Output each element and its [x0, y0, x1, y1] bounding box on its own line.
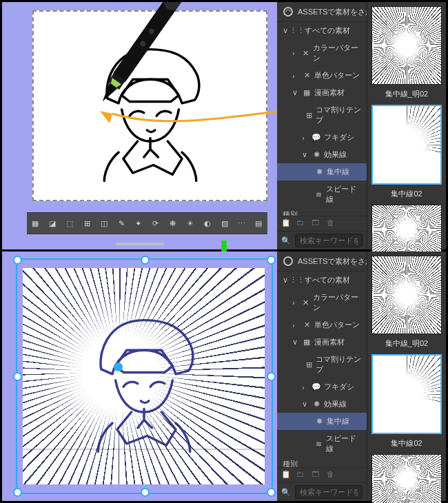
- swatch-3[interactable]: [371, 205, 442, 254]
- swatch-2-label: 集中線02: [371, 189, 442, 199]
- tree2-mono-pattern[interactable]: ›✕単色パターン: [277, 316, 367, 333]
- assets-label: ASSETSで素材をさがす: [298, 7, 367, 17]
- character-lineart-after: [65, 305, 223, 463]
- tree2-balloon[interactable]: ›💬フキダシ: [277, 378, 367, 396]
- tree-balloon[interactable]: ›💬フキダシ: [277, 129, 367, 146]
- material-tree: ASSETSで素材をさがす ∨⋮⋮すべての素材 ›✕カラーパターン ›✕単色パタ…: [277, 2, 367, 249]
- panel-grip[interactable]: [116, 243, 164, 245]
- tree-manga[interactable]: ∨▦漫画素材: [277, 84, 367, 101]
- tool-1[interactable]: ▦: [28, 215, 43, 232]
- search-input-2[interactable]: [295, 485, 363, 499]
- tool-7[interactable]: ✦: [131, 215, 147, 232]
- folder-icon[interactable]: 🗀: [296, 218, 307, 229]
- tool-6[interactable]: ✎: [114, 215, 130, 232]
- swatch-1-label: 集中線_明02: [371, 89, 442, 99]
- tree2-color-pattern[interactable]: ›✕カラーパターン: [277, 289, 367, 316]
- tool-5[interactable]: ◫: [96, 215, 112, 232]
- object-toolbar: ▦ ◪ ⬚ ⊞ ◫ ✎ ✦ ⟳ ❋ ☀ ◐ ▨ ⋯ ▤: [27, 212, 267, 234]
- tool-11[interactable]: ◐: [199, 215, 215, 232]
- swatch-1[interactable]: [371, 6, 442, 85]
- tree2-effect[interactable]: ∨✺効果線: [277, 396, 367, 413]
- material-search-2: 🔍: [277, 482, 367, 501]
- search-icon[interactable]: 🔍: [281, 236, 291, 245]
- folder-icon-2[interactable]: 🗀: [296, 470, 307, 481]
- canvas-before[interactable]: ▦ ◪ ⬚ ⊞ ◫ ✎ ✦ ⟳ ❋ ☀ ◐ ▨ ⋯ ▤: [2, 2, 277, 249]
- material-tree-2: ASSETSで素材をさがす ∨⋮⋮すべての素材 ›✕カラーパターン ›✕単色パタ…: [277, 252, 367, 501]
- tree2-speed-line[interactable]: ≋スピード線: [277, 430, 367, 458]
- props-icon[interactable]: 🗔: [312, 218, 323, 229]
- tree-effect[interactable]: ∨✺効果線: [277, 146, 367, 163]
- material-actions-2: 📋 🗀 🗔 🗑: [277, 467, 367, 483]
- assets-search-link[interactable]: ASSETSで素材をさがす: [277, 2, 367, 22]
- tool-3[interactable]: ⬚: [62, 215, 78, 232]
- tree-speed-line[interactable]: ≋スピード線: [277, 181, 367, 208]
- swatch-column: 集中線_明02 集中線02: [367, 2, 446, 249]
- tree-frame-template[interactable]: ⊞コマ割りテンプ: [277, 101, 367, 129]
- tool-2[interactable]: ◪: [45, 215, 61, 232]
- tool-13[interactable]: ⋯: [234, 215, 250, 232]
- tree-all[interactable]: ∨⋮⋮すべての素材: [277, 22, 367, 39]
- tool-14[interactable]: ▤: [251, 215, 267, 232]
- swatch-column-2: 集中線_明02 集中線02: [367, 252, 446, 501]
- assets-search-link-2[interactable]: ASSETSで素材をさがす: [277, 252, 367, 271]
- canvas-frame: [32, 10, 267, 201]
- tool-10[interactable]: ☀: [182, 215, 198, 232]
- search-icon-2[interactable]: 🔍: [281, 488, 291, 497]
- tree2-frame-template[interactable]: ⊞コマ割りテンプ: [277, 351, 367, 378]
- tool-9[interactable]: ❋: [165, 215, 181, 232]
- trash-icon-2[interactable]: 🗑: [327, 470, 338, 481]
- tool-8[interactable]: ⟳: [147, 215, 163, 232]
- trash-icon[interactable]: 🗑: [327, 218, 338, 229]
- material-search: 🔍: [277, 231, 367, 249]
- tree2-all[interactable]: ∨⋮⋮すべての素材: [277, 271, 367, 289]
- tree-color-pattern[interactable]: ›✕カラーパターン: [277, 39, 367, 67]
- tree-focus-line[interactable]: ✺集中線: [277, 163, 367, 181]
- search-input[interactable]: [295, 234, 363, 247]
- tree2-focus-line[interactable]: ✺集中線: [277, 413, 367, 430]
- swatch2-3[interactable]: [371, 454, 442, 503]
- swatch2-2[interactable]: [371, 354, 442, 434]
- tree-mono-pattern[interactable]: ›✕単色パターン: [277, 67, 367, 84]
- tree2-manga[interactable]: ∨▦漫画素材: [277, 333, 367, 351]
- tool-4[interactable]: ⊞: [79, 215, 95, 232]
- tool-12[interactable]: ▨: [216, 215, 232, 232]
- paste-icon[interactable]: 📋: [281, 218, 292, 229]
- material-actions: 📋 🗀 🗔 🗑: [277, 216, 367, 232]
- character-lineart: [71, 34, 230, 192]
- canvas-frame-after: [23, 268, 265, 484]
- swatch2-1[interactable]: [371, 256, 442, 334]
- props-icon-2[interactable]: 🗔: [312, 470, 323, 481]
- swatch-2[interactable]: [371, 105, 442, 185]
- canvas-after[interactable]: [2, 252, 277, 501]
- paste-icon-2[interactable]: 📋: [281, 470, 292, 481]
